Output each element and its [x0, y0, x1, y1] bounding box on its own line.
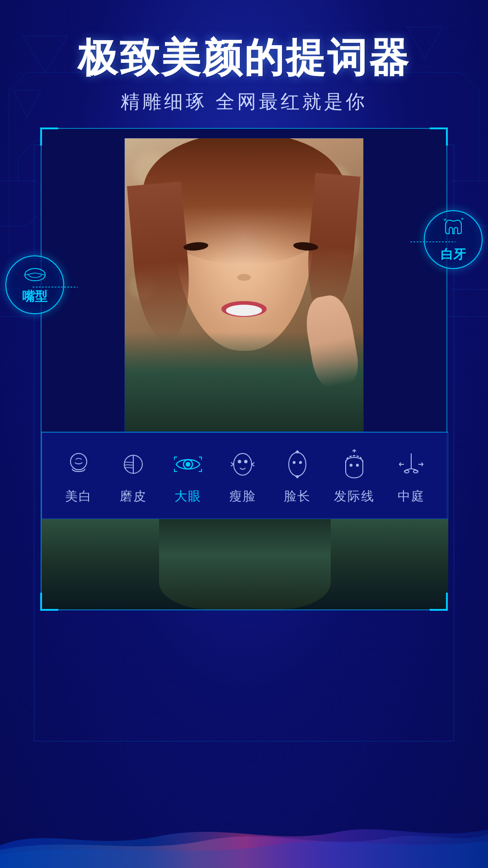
face-whitening-icon [61, 446, 97, 482]
slim-face-icon [225, 446, 261, 482]
toolbar-label-meibie: 美白 [65, 488, 92, 505]
bubble-teeth[interactable]: 白牙 [424, 210, 483, 269]
bottom-strip [42, 519, 448, 609]
main-title: 极致美颜的提词器 [78, 36, 410, 80]
corner-tl [40, 127, 58, 146]
page-content: 极致美颜的提词器 精雕细琢 全网最红就是你 [0, 0, 488, 868]
toolbar-item-dayan[interactable]: 大眼 [170, 446, 206, 505]
toolbar-label-dayan: 大眼 [174, 488, 202, 505]
big-eyes-icon [170, 446, 206, 482]
svg-point-6 [70, 453, 87, 470]
toolbar-item-meibie[interactable]: 美白 [61, 446, 97, 505]
bottom-wave-decoration [0, 809, 488, 868]
toolbar-label-shoulian: 瘦脸 [229, 488, 256, 505]
sub-title: 精雕细琢 全网最红就是你 [78, 89, 410, 114]
svg-point-11 [234, 453, 252, 475]
svg-point-18 [357, 464, 358, 466]
header: 极致美颜的提词器 精雕细琢 全网最红就是你 [78, 0, 410, 128]
toolbar-item-mopi[interactable]: 磨皮 [115, 446, 151, 505]
svg-point-15 [293, 462, 295, 463]
toolbar-item-shoulian[interactable]: 瘦脸 [225, 446, 261, 505]
svg-point-17 [350, 464, 352, 466]
toolbar-item-fajixian[interactable]: 发际线 [334, 446, 375, 505]
svg-point-12 [238, 460, 240, 462]
toolbar: 美白 [42, 432, 448, 519]
face-length-icon [279, 446, 315, 482]
face-photo [124, 138, 364, 432]
corner-bl [40, 593, 58, 611]
photo-frame: 嘴型 [41, 128, 447, 610]
hairline-icon [336, 446, 372, 482]
midface-icon [393, 446, 429, 482]
face-smooth-icon [115, 446, 151, 482]
toolbar-label-lianchang: 脸长 [284, 488, 311, 505]
photo-container: 嘴型 [41, 128, 447, 610]
toolbar-label-mopi: 磨皮 [120, 488, 147, 505]
corner-tr [430, 127, 448, 146]
toolbar-item-lianchang[interactable]: 脸长 [279, 446, 315, 505]
svg-point-14 [289, 453, 306, 476]
svg-point-13 [244, 460, 247, 462]
teeth-label: 白牙 [441, 246, 466, 263]
toolbar-label-zhongtang: 中庭 [398, 488, 425, 505]
toolbar-label-fajixian: 发际线 [334, 488, 375, 505]
toolbar-items: 美白 [51, 446, 439, 505]
toolbar-item-zhongtang[interactable]: 中庭 [393, 446, 429, 505]
svg-point-16 [300, 462, 301, 463]
corner-br [430, 593, 448, 611]
bubble-lips[interactable]: 嘴型 [5, 255, 64, 314]
svg-point-10 [186, 462, 190, 466]
